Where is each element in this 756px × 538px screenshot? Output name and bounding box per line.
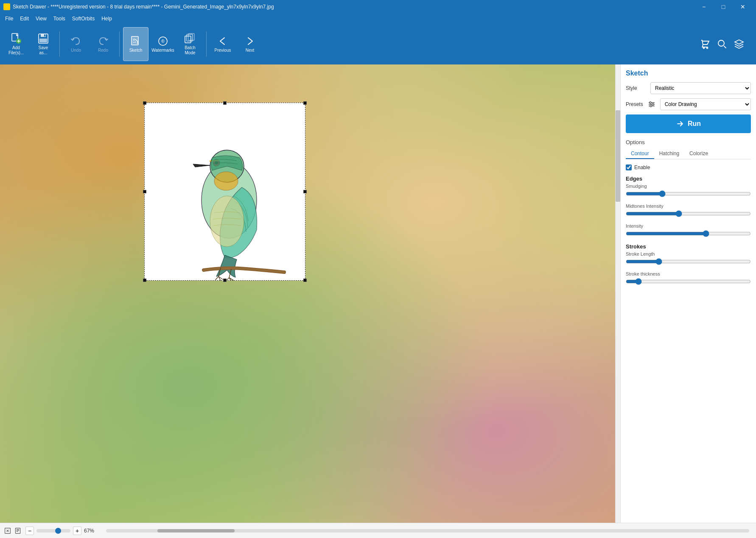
batch-mode-button[interactable]: Batch Mode [177,27,203,61]
maximize-button[interactable]: □ [714,0,733,14]
svg-point-19 [650,102,651,103]
previous-button[interactable]: Previous [210,27,235,61]
run-arrow-icon [676,120,684,128]
enable-row: Enable [626,164,751,170]
menu-edit[interactable]: Edit [17,14,32,24]
intensity-group: Intensity [626,223,751,238]
watermarks-icon: © [157,35,169,47]
menu-softorbits[interactable]: SoftOrbits [69,14,98,24]
strokes-section-title: Strokes [626,243,751,250]
bird-svg [144,103,305,281]
bird-sketch [144,103,305,281]
midtones-group: Midtones Intensity [626,203,751,218]
cart-icon[interactable] [698,37,712,51]
batch-mode-icon [184,33,196,45]
enable-checkbox[interactable] [626,164,632,170]
next-button[interactable]: Next [237,27,263,61]
zoom-track[interactable] [36,529,70,532]
midtones-label: Midtones Intensity [626,203,751,209]
svg-point-17 [210,196,244,247]
style-row: Style Realistic Pencil Ink Charcoal [626,82,751,94]
toolbar-sep-1 [59,31,60,57]
presets-sliders-icon [647,99,657,109]
tab-hatching[interactable]: Hatching [654,149,684,159]
app-icon [3,3,10,10]
options-label: Options [626,139,751,145]
svg-rect-5 [44,34,45,36]
close-button[interactable]: ✕ [733,0,753,14]
svg-text:©: © [161,39,165,44]
style-select[interactable]: Realistic Pencil Ink Charcoal [650,82,751,94]
cube-icon[interactable] [732,37,746,51]
redo-button[interactable]: Redo [90,27,116,61]
menu-file[interactable]: File [2,14,17,24]
svg-rect-9 [185,36,191,43]
h-scroll-track[interactable] [106,529,749,532]
zoom-label: 67% [84,528,99,534]
redo-icon [97,35,109,47]
zoom-plus-button[interactable]: + [73,527,81,535]
view-icons [3,527,22,535]
intensity-label: Intensity [626,223,751,229]
stroke-length-group: Stroke Length [626,251,751,266]
smudging-slider[interactable] [626,190,751,197]
stroke-thickness-slider[interactable] [626,278,751,285]
sketch-canvas[interactable] [144,103,305,281]
right-panel: Sketch Style Realistic Pencil Ink Charco… [620,64,756,523]
canvas-area[interactable] [0,64,620,523]
sketch-icon [130,35,142,47]
stroke-length-slider[interactable] [626,258,751,265]
zoom-minus-button[interactable]: − [25,527,34,535]
toolbar-sep-3 [206,31,207,57]
zoom-thumb[interactable] [55,528,61,534]
menu-help[interactable]: Help [98,14,115,24]
svg-point-18 [214,172,238,190]
presets-label: Presets [626,101,643,107]
run-button[interactable]: Run [626,114,751,133]
title-bar-controls: − □ ✕ [694,0,753,14]
run-label: Run [688,120,701,128]
style-label: Style [626,85,647,91]
save-as-icon [37,33,49,45]
menu-view[interactable]: View [32,14,50,24]
window-title: Sketch Drawer - ****Unregistered version… [13,4,274,10]
h-scroll-thumb[interactable] [157,529,235,532]
intensity-slider[interactable] [626,230,751,237]
zoom-page-icon[interactable] [14,527,22,535]
search-icon[interactable] [715,37,729,51]
title-bar-left: Sketch Drawer - ****Unregistered version… [3,3,274,10]
menu-tools[interactable]: Tools [50,14,69,24]
previous-icon [217,35,229,47]
save-as-button[interactable]: Save as... [31,27,56,61]
tab-colorize[interactable]: Colorize [684,149,713,159]
add-file-icon [10,33,22,45]
panel-title: Sketch [626,70,751,77]
minimize-button[interactable]: − [694,0,714,14]
next-icon [244,35,256,47]
stroke-thickness-group: Stroke thickness [626,271,751,286]
bottom-scroll-bar: − + 67% [0,523,756,538]
svg-point-20 [652,103,654,105]
svg-rect-23 [15,528,20,533]
add-file-button[interactable]: Add File(s)... [3,27,29,61]
presets-select[interactable]: Color Drawing Pencil Sketch Charcoal Ink… [660,98,751,110]
zoom-controls: − + 67% [25,527,99,535]
midtones-slider[interactable] [626,210,751,217]
vertical-scroll-thumb[interactable] [616,110,620,202]
undo-button[interactable]: Undo [63,27,89,61]
vertical-scrollbar[interactable] [615,64,620,523]
main-layout: Sketch Style Realistic Pencil Ink Charco… [0,64,756,523]
undo-icon [70,35,82,47]
presets-row: Presets Color Drawing Pencil Sketch Char… [626,98,751,110]
zoom-fit-icon[interactable] [3,527,12,535]
svg-point-12 [718,40,724,46]
canvas-background [0,64,620,523]
smudging-group: Smudging [626,184,751,198]
enable-label: Enable [634,164,650,170]
sketch-button[interactable]: Sketch [123,27,148,61]
tab-contour[interactable]: Contour [626,149,654,159]
toolbar-sep-2 [119,31,120,57]
stroke-thickness-label: Stroke thickness [626,271,751,276]
svg-rect-4 [39,39,47,42]
watermarks-button[interactable]: © Watermarks [150,27,176,61]
